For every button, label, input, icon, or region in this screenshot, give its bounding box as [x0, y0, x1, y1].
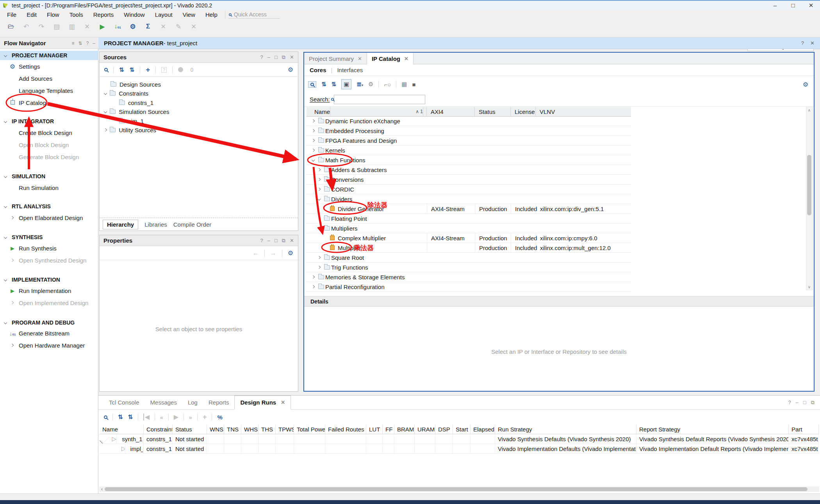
rewind-icon[interactable]: «: [160, 414, 163, 421]
menu-reports[interactable]: Reports: [88, 11, 119, 18]
column[interactable]: TNS: [224, 424, 241, 434]
menu-file[interactable]: File: [0, 11, 21, 18]
chevron-right-icon[interactable]: [317, 188, 321, 191]
quick-access-input[interactable]: Quick Access: [228, 11, 280, 19]
menu-flow[interactable]: Flow: [42, 11, 64, 18]
column[interactable]: URAM: [415, 424, 435, 434]
ip-row-cordic[interactable]: CORDIC: [307, 185, 631, 194]
ip-row-math-functions[interactable]: Math Functions: [307, 155, 631, 165]
minimize-panel-icon[interactable]: ‒: [93, 41, 95, 46]
search-icon[interactable]: [308, 81, 316, 88]
close-icon[interactable]: ✕: [810, 40, 815, 46]
section-project-manager[interactable]: PROJECT MANAGER: [0, 51, 98, 60]
run-row-impl-1[interactable]: ▷ impl_1 constrs_1 Not started Vivado Im…: [100, 444, 819, 454]
tree-item-simulation-sources[interactable]: Simulation Sources: [104, 107, 169, 116]
chevron-down-icon[interactable]: [317, 197, 321, 201]
scroll-up-icon[interactable]: ∧: [806, 108, 812, 112]
expand-all-icon[interactable]: ⇅: [130, 66, 135, 73]
percent-icon[interactable]: %: [217, 414, 222, 421]
menu-edit[interactable]: Edit: [21, 11, 42, 18]
chevron-down-icon[interactable]: [317, 227, 321, 230]
nav-run-simulation[interactable]: Run Simulation: [0, 183, 98, 192]
ip-row-multipliers[interactable]: Multipliers: [307, 224, 631, 233]
gear-icon[interactable]: ⚙: [288, 249, 293, 257]
taxonomy-pin-icon[interactable]: ▣: [341, 79, 351, 89]
collapse-all-icon[interactable]: ⇅: [118, 413, 123, 421]
column[interactable]: Name: [100, 424, 144, 434]
ip-row-dynamic-function-exchange[interactable]: Dynamic Function eXchange: [307, 116, 631, 126]
column-license[interactable]: License: [511, 107, 536, 116]
scrollbar-thumb[interactable]: [807, 155, 811, 215]
ip-row-fpga-features[interactable]: FPGA Features and Design: [307, 136, 631, 146]
column[interactable]: FF: [383, 424, 394, 434]
section-rtl-analysis[interactable]: RTL ANALYSIS: [0, 202, 98, 211]
horizontal-scrollbar[interactable]: ‹: [99, 486, 819, 492]
column[interactable]: Constraints: [144, 424, 173, 434]
nav-generate-block-design[interactable]: Generate Block Design: [0, 152, 98, 161]
subnav-interfaces[interactable]: Interfaces: [337, 67, 363, 73]
chevron-right-icon[interactable]: [312, 129, 315, 133]
column[interactable]: WHS: [241, 424, 258, 434]
tab-log[interactable]: Log: [182, 396, 203, 409]
collapse-all-icon[interactable]: ⇅: [321, 81, 326, 88]
open-project-icon[interactable]: 🗁: [6, 23, 16, 30]
sum-reports-icon[interactable]: Σ: [143, 23, 153, 30]
float-panel-icon[interactable]: ⧉: [282, 238, 285, 244]
redo-icon[interactable]: ↷: [37, 23, 46, 31]
nav-open-elaborated-design[interactable]: Open Elaborated Design: [0, 213, 98, 222]
close-tab-icon[interactable]: ✕: [404, 56, 408, 62]
gear-icon[interactable]: ⚙: [288, 66, 293, 73]
column[interactable]: WNS: [207, 424, 224, 434]
chevron-right-icon[interactable]: [317, 217, 321, 220]
column-vlnv[interactable]: VLNV: [536, 107, 631, 116]
maximize-button[interactable]: □: [784, 1, 802, 11]
minimize-panel-icon[interactable]: ‒: [267, 238, 270, 244]
section-ip-integrator[interactable]: IP INTEGRATOR: [0, 117, 98, 126]
column[interactable]: Total Power: [294, 424, 325, 434]
customize-wrench-icon[interactable]: ⚙: [368, 81, 373, 88]
chevron-right-icon[interactable]: [104, 128, 107, 132]
menu-window[interactable]: Window: [119, 11, 150, 18]
settings-gear-icon[interactable]: ⚙: [128, 23, 137, 31]
minimize-button[interactable]: –: [766, 1, 784, 11]
gear-icon[interactable]: ⚙: [803, 81, 808, 88]
scroll-down-icon[interactable]: ∨: [806, 285, 812, 289]
chevron-down-icon[interactable]: [104, 92, 107, 95]
help-icon[interactable]: ?: [260, 238, 263, 244]
cancel-icon[interactable]: ✕: [159, 23, 168, 31]
ip-row-adders-subtracters[interactable]: Adders & Subtracters: [307, 165, 631, 175]
ip-row-dividers[interactable]: Dividers: [307, 194, 631, 204]
close-panel-icon[interactable]: ✕: [290, 238, 294, 244]
chevron-down-icon[interactable]: [312, 158, 315, 162]
search-icon[interactable]: [104, 68, 108, 71]
delete-icon[interactable]: ✕: [82, 23, 92, 31]
nav-open-synthesized-design[interactable]: Open Synthesized Design: [0, 256, 98, 265]
nav-open-hardware-manager[interactable]: Open Hardware Manager: [0, 341, 98, 350]
float-panel-icon[interactable]: ⧉: [282, 54, 285, 60]
maximize-panel-icon[interactable]: □: [275, 54, 278, 60]
expand-all-icon[interactable]: ⇅: [128, 413, 133, 421]
nav-open-block-design[interactable]: Open Block Design: [0, 140, 98, 149]
run-row-synth-1[interactable]: ▷ synth_1 constrs_1 Not started Vivado S…: [100, 434, 819, 444]
run-icon[interactable]: ▶: [98, 23, 107, 31]
ip-row-square-root[interactable]: Square Root: [307, 253, 631, 263]
ip-search-input[interactable]: [334, 95, 425, 104]
column[interactable]: Elapsed: [471, 424, 495, 434]
column-name[interactable]: Name ∧ 1: [307, 107, 427, 116]
column[interactable]: BRAM: [394, 424, 415, 434]
menu-layout[interactable]: Layout: [150, 11, 178, 18]
chevron-right-icon[interactable]: [317, 256, 321, 259]
section-program-debug[interactable]: PROGRAM AND DEBUG: [0, 318, 98, 327]
generate-bitstream-icon[interactable]: ↓01: [113, 23, 122, 30]
chevron-right-icon[interactable]: [317, 178, 321, 181]
add-sources-icon[interactable]: +: [146, 66, 150, 74]
edit-icon[interactable]: ✎: [174, 23, 183, 31]
column[interactable]: Failed Routes: [325, 424, 366, 434]
tab-ip-catalog[interactable]: IP Catalog ✕: [367, 53, 414, 64]
tab-hierarchy[interactable]: Hierarchy: [103, 220, 138, 229]
section-simulation[interactable]: SIMULATION: [0, 172, 98, 181]
nav-run-implementation[interactable]: ▶ Run Implementation: [0, 286, 98, 295]
tab-tcl-console[interactable]: Tcl Console: [103, 396, 145, 409]
collapse-all-icon[interactable]: ≡: [72, 41, 75, 46]
tab-compile-order[interactable]: Compile Order: [173, 221, 212, 228]
